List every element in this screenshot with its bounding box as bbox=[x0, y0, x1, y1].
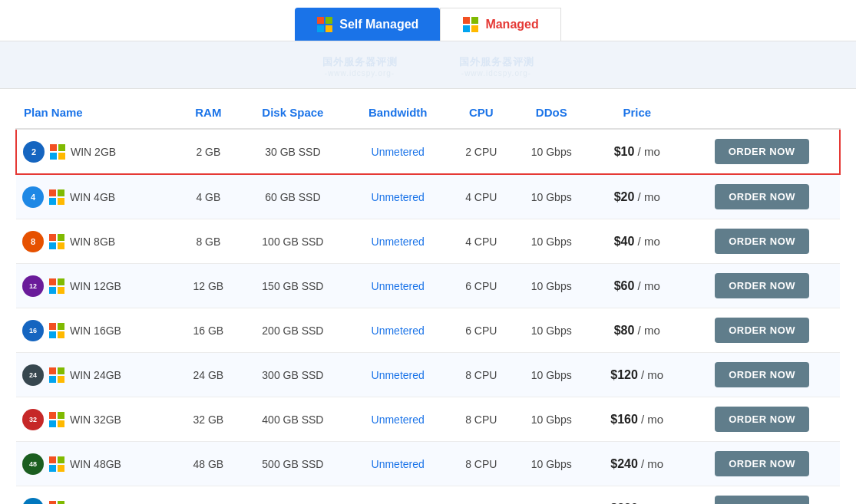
unmetered-label: Unmetered bbox=[372, 280, 425, 292]
badge-64: 64 bbox=[22, 498, 44, 505]
unmetered-label: Unmetered bbox=[372, 413, 425, 426]
order-now-button[interactable]: ORDER NOW bbox=[715, 451, 809, 476]
table-row: 4 WIN 4GB 4 GB60 GB SSDUnmetered4 CPU10 … bbox=[16, 174, 840, 219]
badge-12: 12 bbox=[22, 275, 44, 297]
svg-rect-27 bbox=[58, 331, 64, 338]
table-row: 32 WIN 32GB 32 GB400 GB SSDUnmetered8 CP… bbox=[16, 397, 840, 442]
svg-rect-25 bbox=[58, 323, 64, 330]
bandwidth-value: Unmetered bbox=[346, 353, 449, 397]
svg-rect-0 bbox=[317, 17, 324, 24]
ddos-value: 10 Gbps bbox=[513, 353, 590, 397]
svg-rect-33 bbox=[58, 412, 64, 419]
svg-rect-38 bbox=[49, 465, 56, 472]
price-suffix: / mo bbox=[638, 368, 663, 381]
svg-rect-20 bbox=[49, 278, 56, 285]
table-row: 64 WIN 64GB 64 GB700 GB SSDUnmetered8 CP… bbox=[16, 486, 840, 505]
plan-cell-32: 32 WIN 32GB bbox=[16, 397, 177, 442]
order-now-button[interactable]: ORDER NOW bbox=[715, 184, 809, 209]
price-suffix: / mo bbox=[634, 279, 659, 292]
svg-rect-7 bbox=[471, 25, 478, 32]
svg-rect-26 bbox=[49, 331, 56, 338]
svg-rect-13 bbox=[58, 189, 64, 196]
svg-rect-30 bbox=[49, 376, 56, 383]
bandwidth-value: Unmetered bbox=[346, 486, 449, 505]
plan-cell-24: 24 WIN 24GB bbox=[16, 353, 177, 397]
tab-self-managed[interactable]: Self Managed bbox=[295, 8, 440, 41]
bandwidth-value: Unmetered bbox=[346, 219, 449, 264]
bandwidth-value: Unmetered bbox=[346, 397, 449, 442]
cpu-value: 6 CPU bbox=[449, 264, 513, 308]
table-row: 48 WIN 48GB 48 GB500 GB SSDUnmetered8 CP… bbox=[16, 442, 840, 486]
ram-value: 24 GB bbox=[177, 353, 240, 397]
svg-rect-28 bbox=[49, 367, 56, 374]
order-now-button[interactable]: ORDER NOW bbox=[715, 407, 809, 432]
svg-rect-23 bbox=[58, 287, 64, 294]
ram-value: 32 GB bbox=[177, 397, 240, 442]
table-row: 2 WIN 2GB 2 GB30 GB SSDUnmetered2 CPU10 … bbox=[16, 129, 840, 174]
ram-value: 16 GB bbox=[177, 308, 240, 353]
order-now-button[interactable]: ORDER NOW bbox=[715, 273, 809, 298]
order-now-button[interactable]: ORDER NOW bbox=[715, 362, 809, 387]
table-header-row: Plan Name RAM Disk Space Bandwidth CPU D… bbox=[16, 97, 840, 129]
order-now-button[interactable]: ORDER NOW bbox=[715, 318, 809, 343]
bandwidth-value: Unmetered bbox=[346, 308, 449, 353]
svg-rect-32 bbox=[49, 412, 56, 419]
windows-icon-row bbox=[48, 189, 65, 206]
order-now-button[interactable]: ORDER NOW bbox=[715, 229, 809, 254]
ram-value: 2 GB bbox=[177, 129, 240, 174]
price-bold: $60 bbox=[614, 279, 635, 292]
windows-icon-row bbox=[48, 411, 65, 428]
svg-rect-4 bbox=[463, 17, 470, 24]
order-cell: ORDER NOW bbox=[684, 442, 840, 486]
tab-managed-label: Managed bbox=[485, 18, 538, 31]
cpu-value: 8 CPU bbox=[449, 353, 513, 397]
svg-rect-18 bbox=[49, 242, 56, 249]
price-bold: $160 bbox=[610, 413, 638, 426]
order-now-button[interactable]: ORDER NOW bbox=[715, 139, 809, 164]
svg-rect-6 bbox=[463, 25, 470, 32]
svg-rect-35 bbox=[58, 420, 64, 427]
svg-rect-14 bbox=[49, 198, 56, 205]
svg-rect-34 bbox=[49, 420, 56, 427]
ram-value: 48 GB bbox=[177, 442, 240, 486]
svg-rect-12 bbox=[49, 189, 56, 196]
plan-cell-12: 12 WIN 12GB bbox=[16, 264, 177, 308]
svg-rect-22 bbox=[49, 287, 56, 294]
table-row: 16 WIN 16GB 16 GB200 GB SSDUnmetered6 CP… bbox=[16, 308, 840, 353]
ddos-value: 10 Gbps bbox=[513, 129, 590, 174]
price-value: $160 / mo bbox=[590, 397, 684, 442]
ddos-value: 10 Gbps bbox=[513, 174, 590, 219]
plan-cell-2: 2 WIN 2GB bbox=[16, 129, 177, 174]
svg-rect-17 bbox=[58, 234, 64, 241]
col-plan-name: Plan Name bbox=[16, 97, 177, 129]
disk-value: 60 GB SSD bbox=[240, 174, 346, 219]
cpu-value: 8 CPU bbox=[449, 397, 513, 442]
windows-icon-active bbox=[316, 16, 333, 33]
badge-8: 8 bbox=[22, 231, 44, 252]
plan-cell-8: 8 WIN 8GB bbox=[16, 219, 177, 264]
price-bold: $20 bbox=[614, 190, 635, 203]
svg-rect-19 bbox=[58, 242, 64, 249]
order-cell: ORDER NOW bbox=[684, 174, 840, 219]
svg-rect-8 bbox=[50, 144, 57, 151]
price-suffix: / mo bbox=[634, 190, 659, 203]
badge-48: 48 bbox=[22, 453, 44, 475]
svg-rect-29 bbox=[58, 367, 64, 374]
svg-rect-36 bbox=[49, 456, 56, 463]
tab-managed[interactable]: Managed bbox=[440, 8, 560, 41]
svg-rect-31 bbox=[58, 376, 64, 383]
col-bandwidth: Bandwidth bbox=[346, 97, 449, 129]
svg-rect-3 bbox=[326, 25, 332, 32]
windows-icon-row bbox=[49, 143, 66, 160]
bandwidth-value: Unmetered bbox=[346, 442, 449, 486]
svg-rect-10 bbox=[50, 153, 57, 160]
col-cpu: CPU bbox=[449, 97, 513, 129]
svg-rect-5 bbox=[471, 17, 478, 24]
badge-16: 16 bbox=[22, 320, 44, 341]
price-bold: $10 bbox=[614, 145, 635, 158]
svg-rect-9 bbox=[58, 144, 65, 151]
ram-value: 12 GB bbox=[177, 264, 240, 308]
order-now-button[interactable]: ORDER NOW bbox=[715, 496, 809, 504]
plan-cell-64: 64 WIN 64GB bbox=[16, 486, 177, 505]
svg-rect-16 bbox=[49, 234, 56, 241]
